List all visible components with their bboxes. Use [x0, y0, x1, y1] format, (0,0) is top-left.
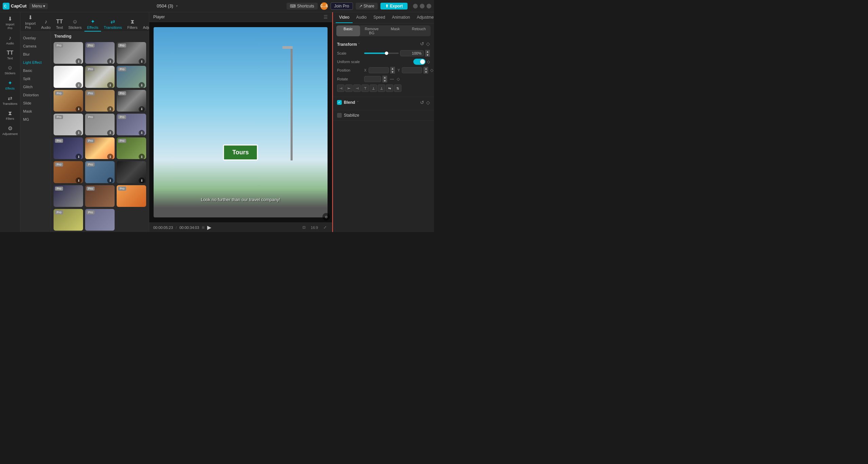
sidebar-item-distortion[interactable]: Distortion	[20, 91, 51, 99]
rotate-up[interactable]: ▲	[382, 76, 387, 79]
effect-r1[interactable]: Pro	[54, 185, 83, 207]
effect-white-flash[interactable]: ⬇ White Flash	[54, 66, 83, 88]
sidebar-item-blur[interactable]: Blur	[20, 50, 51, 58]
shortcuts-button[interactable]: ⌨ Shortcuts	[287, 3, 318, 9]
sidebar-item-camera[interactable]: Camera	[20, 42, 51, 50]
tool-filters[interactable]: ⧗ Filters	[1, 108, 19, 122]
download-icon[interactable]: ⬇	[139, 154, 145, 159]
download-icon[interactable]: ⬇	[107, 130, 113, 135]
tab-import-pro[interactable]: ⬇ ImportPro	[22, 13, 38, 32]
download-icon[interactable]: ⬇	[107, 106, 113, 112]
transform-reset-button[interactable]: ↺	[420, 41, 424, 46]
effect-r4[interactable]: Pro	[54, 209, 83, 231]
effect-horiz-slice[interactable]: Pro ⬇ Horizo... Slice	[85, 90, 115, 112]
flip-h-button[interactable]: ⇆	[386, 84, 393, 92]
close-button[interactable]	[427, 4, 431, 8]
tab-animation[interactable]: Animation	[389, 12, 413, 23]
effect-flickering[interactable]: Pro ⬇ Flickering	[85, 161, 115, 183]
scale-slider-thumb[interactable]	[385, 52, 388, 55]
tool-effects[interactable]: ✦ Effects	[1, 78, 19, 92]
align-bottom-button[interactable]: ⊥	[378, 84, 385, 92]
effect-cubic-flip[interactable]: Pro ⬇ Cubic Flip	[117, 66, 146, 88]
uniform-scale-diamond[interactable]: ◇	[427, 59, 430, 64]
sidebar-item-slide[interactable]: Slide	[20, 99, 51, 107]
transform-diamond-button[interactable]: ◇	[426, 41, 430, 46]
blend-diamond-button[interactable]: ◇	[426, 100, 430, 105]
download-icon[interactable]: ⬇	[76, 82, 82, 88]
join-pro-button[interactable]: Join Pro	[331, 2, 353, 10]
download-icon[interactable]: ⬇	[76, 177, 82, 183]
align-center-v-button[interactable]: ⊥	[370, 84, 377, 92]
tool-import-pro[interactable]: ⬇ ImportPro	[1, 14, 19, 32]
sidebar-item-basic[interactable]: Basic	[20, 66, 51, 75]
export-button[interactable]: ⬆ Export	[380, 3, 408, 9]
download-icon[interactable]: ⬇	[139, 130, 145, 135]
subtab-retouch[interactable]: Retouch	[407, 25, 431, 36]
scale-up-button[interactable]: ▲	[425, 50, 430, 53]
blend-checkbox[interactable]: ✓	[337, 100, 342, 105]
effect-light-leaks[interactable]: Pro ⬇ Light Leaks	[85, 137, 115, 159]
tab-stickers[interactable]: ☺ Stickers	[66, 17, 84, 32]
effect-snap-zoom[interactable]: Pro ⬇ Snap Zoom	[85, 42, 115, 64]
subtab-basic[interactable]: Basic	[336, 25, 360, 36]
pos-x-up[interactable]: ▲	[390, 67, 395, 70]
pos-y-up[interactable]: ▲	[423, 67, 428, 70]
download-icon[interactable]: ⬇	[139, 106, 145, 112]
effect-r2[interactable]: Pro	[85, 185, 115, 207]
download-icon[interactable]: ⬇	[139, 58, 145, 64]
align-top-button[interactable]: ⊤	[361, 84, 369, 92]
download-icon[interactable]: ⬇	[76, 130, 82, 135]
sidebar-item-overlay[interactable]: Overlay	[20, 34, 51, 42]
download-icon[interactable]: ⬇	[139, 177, 145, 183]
align-left-button[interactable]: ⊣	[337, 84, 344, 92]
download-icon[interactable]: ⬇	[107, 82, 113, 88]
tab-effects[interactable]: ✦ Effects	[84, 17, 101, 32]
rotate-down[interactable]: ▼	[382, 79, 387, 82]
effect-sliding-mories[interactable]: Pro ⬇ Slidin...mories	[117, 114, 146, 135]
download-icon[interactable]: ⬇	[76, 58, 82, 64]
effect-horiz-iptych[interactable]: Pro ⬇ Horizo...iptych	[54, 114, 83, 135]
player-menu-button[interactable]: ☰	[323, 14, 328, 20]
tab-transitions[interactable]: ⇄ Transitions	[101, 17, 124, 32]
download-icon[interactable]: ⬇	[107, 177, 113, 183]
tab-video[interactable]: Video	[336, 12, 353, 23]
sidebar-item-glitch[interactable]: Glitch	[20, 83, 51, 91]
tab-text[interactable]: TT Text	[53, 17, 65, 32]
tab-audio[interactable]: Audio	[353, 12, 370, 23]
effect-r3[interactable]: Pro	[117, 185, 146, 207]
rotate-input[interactable]: 0°	[364, 76, 381, 82]
pos-y-down[interactable]: ▼	[423, 70, 428, 74]
tab-speed[interactable]: Speed	[370, 12, 389, 23]
player-fullscreen-btn[interactable]: ⊙	[322, 213, 330, 220]
minimize-button[interactable]	[413, 4, 418, 8]
effect-push-away-2[interactable]: Pro ⬇ Push Away 2	[54, 90, 83, 112]
effect-swipe-left[interactable]: Pro ⬇ Swipe Left	[54, 137, 83, 159]
position-y-input[interactable]: 0	[402, 67, 422, 73]
tab-adjustment[interactable]: Adjustment	[413, 12, 434, 23]
effect-flip-zoom[interactable]: Pro ⬇ Flip & Zoom	[117, 90, 146, 112]
effect-chroma-switch[interactable]: ⬇ Chroma Switch	[117, 161, 146, 183]
scale-down-button[interactable]: ▼	[425, 53, 430, 57]
blend-reset-button[interactable]: ↺	[420, 100, 424, 105]
download-icon[interactable]: ⬇	[107, 154, 113, 159]
tool-stickers[interactable]: ☺ Stickers	[1, 63, 19, 77]
effect-fan-out[interactable]: Pro ⬇ Fan Out	[117, 42, 146, 64]
effect-shimmer[interactable]: Pro ⬇ Shimmer	[85, 66, 115, 88]
screenshot-button[interactable]: ⊡	[301, 225, 307, 230]
position-diamond[interactable]: ◇	[430, 68, 433, 73]
maximize-button[interactable]	[420, 4, 425, 8]
sidebar-item-light-effect[interactable]: Light Effect	[20, 58, 51, 66]
align-center-h-button[interactable]: ⊢	[345, 84, 353, 92]
download-icon[interactable]: ⬇	[139, 82, 145, 88]
align-right-button[interactable]: ⊣	[353, 84, 361, 92]
tool-text[interactable]: TT Text	[1, 48, 19, 62]
tool-audio[interactable]: ♪ Audio	[1, 33, 19, 47]
play-button[interactable]: ▶	[207, 224, 211, 231]
tool-transitions[interactable]: ⇄ Transitions	[1, 93, 19, 108]
tab-audio[interactable]: ♪ Audio	[38, 17, 53, 32]
download-icon[interactable]: ⬇	[76, 154, 82, 159]
sidebar-item-mg[interactable]: MG	[20, 115, 51, 123]
uniform-scale-toggle[interactable]	[413, 59, 426, 65]
effect-shaky-inhale[interactable]: Pro ⬇ Shaky Inhale	[117, 137, 146, 159]
scale-slider[interactable]	[364, 53, 399, 54]
